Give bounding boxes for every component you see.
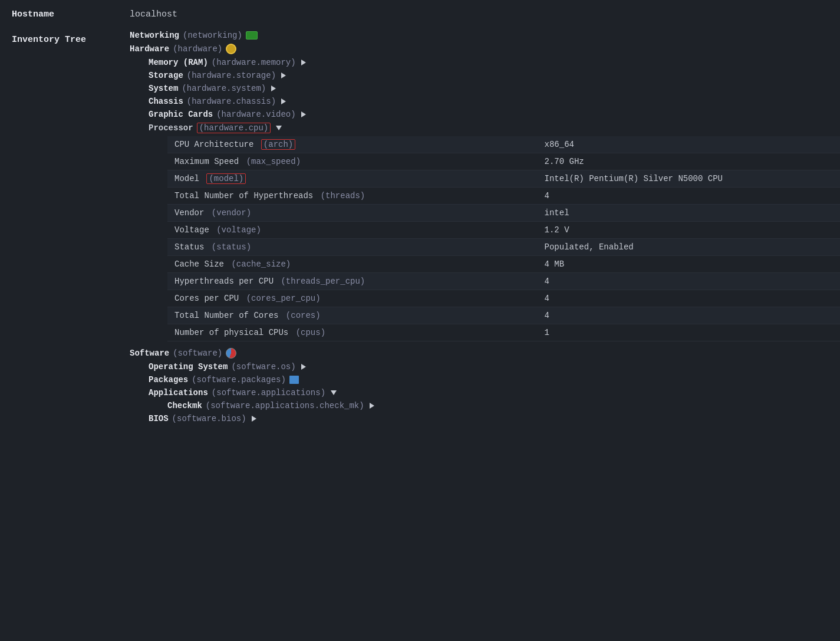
table-row: Total Number of Cores (cores)4 <box>167 307 840 324</box>
field-key: (voltage) <box>216 225 261 235</box>
table-row: CPU Architecture (arch)x86_64 <box>167 136 840 153</box>
tree-item-networking[interactable]: Networking (networking) <box>130 29 840 42</box>
field-key: (threads_per_cpu) <box>281 277 365 286</box>
networking-icon <box>246 31 258 40</box>
tree-item-checkmk[interactable]: Checkmk (software.applications.check_mk) <box>130 399 840 412</box>
storage-key: (hardware.storage) <box>187 71 276 80</box>
field-key: (cpus) <box>296 328 325 337</box>
field-label-text: Maximum Speed <box>174 157 239 166</box>
field-label: Total Number of Hyperthreads (threads) <box>167 188 538 205</box>
networking-key: (networking) <box>183 31 242 40</box>
tree-item-applications[interactable]: Applications (software.applications) <box>130 386 840 399</box>
field-label-text: Total Number of Cores <box>174 311 278 320</box>
field-label-text: Voltage <box>174 225 209 235</box>
field-label-text: Cores per CPU <box>174 294 239 303</box>
os-name: Operating System <box>149 362 228 372</box>
hardware-key: (hardware) <box>173 44 222 54</box>
hardware-icon <box>226 44 236 54</box>
applications-name: Applications <box>149 388 208 397</box>
field-key: (status) <box>212 242 251 252</box>
field-value: 4 <box>538 307 840 324</box>
field-label: Maximum Speed (max_speed) <box>167 153 538 170</box>
system-key: (hardware.system) <box>182 84 266 93</box>
field-key: (max_speed) <box>246 157 301 166</box>
field-label-text: CPU Architecture <box>174 140 253 149</box>
hardware-name: Hardware <box>130 44 169 54</box>
checkmk-key: (software.applications.check_mk) <box>206 401 364 410</box>
table-row: Cores per CPU (cores_per_cpu)4 <box>167 290 840 307</box>
tree-item-software[interactable]: Software (software) <box>130 346 840 360</box>
software-name: Software <box>130 349 169 358</box>
processor-name: Processor <box>149 123 193 133</box>
field-value: Intel(R) Pentium(R) Silver N5000 CPU <box>538 170 840 188</box>
table-row: Vendor (vendor)intel <box>167 205 840 222</box>
graphic-cards-arrow-icon <box>301 111 306 117</box>
software-icon <box>226 348 236 359</box>
field-value: 4 <box>538 188 840 205</box>
tree-item-packages[interactable]: Packages (software.packages) <box>130 373 840 386</box>
chassis-name: Chassis <box>149 97 183 106</box>
hostname-label: Hostname <box>0 9 130 19</box>
tree-item-chassis[interactable]: Chassis (hardware.chassis) <box>130 95 840 108</box>
table-row: Number of physical CPUs (cpus)1 <box>167 324 840 341</box>
applications-key: (software.applications) <box>212 388 325 397</box>
field-key: (cache_size) <box>231 259 291 269</box>
field-label: Vendor (vendor) <box>167 205 538 222</box>
processor-key-highlighted: (hardware.cpu) <box>197 123 271 133</box>
table-row: Cache Size (cache_size)4 MB <box>167 256 840 273</box>
field-value: 4 <box>538 273 840 290</box>
graphic-cards-key: (hardware.video) <box>216 110 295 119</box>
field-label: Model (model) <box>167 170 538 188</box>
field-label: Cache Size (cache_size) <box>167 256 538 273</box>
field-key: (arch) <box>261 139 295 150</box>
field-label: Status (status) <box>167 239 538 256</box>
table-row: Status (status)Populated, Enabled <box>167 239 840 256</box>
memory-arrow-icon <box>301 60 306 65</box>
field-key: (cores) <box>286 311 321 320</box>
tree-item-graphic-cards[interactable]: Graphic Cards (hardware.video) <box>130 108 840 121</box>
bios-arrow-icon <box>252 416 256 422</box>
tree-content: Networking (networking) Hardware (hardwa… <box>130 24 840 430</box>
applications-arrow-icon <box>331 390 337 395</box>
os-arrow-icon <box>301 364 306 370</box>
checkmk-name: Checkmk <box>167 401 202 410</box>
field-label-text: Status <box>174 242 204 252</box>
field-label: Voltage (voltage) <box>167 222 538 239</box>
table-row: Maximum Speed (max_speed)2.70 GHz <box>167 153 840 170</box>
hostname-row: Hostname localhost <box>0 0 840 24</box>
field-label: CPU Architecture (arch) <box>167 136 538 153</box>
table-row: Model (model)Intel(R) Pentium(R) Silver … <box>167 170 840 188</box>
packages-icon <box>289 376 299 384</box>
field-label-text: Model <box>174 174 199 183</box>
tree-item-bios[interactable]: BIOS (software.bios) <box>130 412 840 425</box>
tree-item-storage[interactable]: Storage (hardware.storage) <box>130 69 840 82</box>
field-value: 2.70 GHz <box>538 153 840 170</box>
field-label-text: Vendor <box>174 208 204 218</box>
tree-item-os[interactable]: Operating System (software.os) <box>130 360 840 373</box>
tree-item-hardware[interactable]: Hardware (hardware) <box>130 42 840 56</box>
field-value: Populated, Enabled <box>538 239 840 256</box>
field-label: Number of physical CPUs (cpus) <box>167 324 538 341</box>
field-value: 4 <box>538 290 840 307</box>
packages-key: (software.packages) <box>192 375 286 384</box>
field-label-text: Cache Size <box>174 259 224 269</box>
field-key: (model) <box>206 173 246 184</box>
field-label-text: Hyperthreads per CPU <box>174 277 274 286</box>
field-value: 4 MB <box>538 256 840 273</box>
page-container: Hostname localhost Inventory Tree Networ… <box>0 0 840 430</box>
packages-name: Packages <box>149 375 188 384</box>
table-row: Total Number of Hyperthreads (threads)4 <box>167 188 840 205</box>
checkmk-arrow-icon <box>370 403 374 409</box>
processor-arrow-down-icon <box>276 126 282 130</box>
graphic-cards-name: Graphic Cards <box>149 110 213 119</box>
bios-key: (software.bios) <box>172 414 246 423</box>
tree-item-system[interactable]: System (hardware.system) <box>130 82 840 95</box>
tree-item-processor[interactable]: Processor (hardware.cpu) <box>130 121 840 135</box>
tree-item-memory[interactable]: Memory (RAM) (hardware.memory) <box>130 56 840 69</box>
networking-name: Networking <box>130 31 179 40</box>
bios-name: BIOS <box>149 414 169 423</box>
field-value: 1.2 V <box>538 222 840 239</box>
cpu-detail-table: CPU Architecture (arch)x86_64Maximum Spe… <box>167 136 840 341</box>
field-label: Total Number of Cores (cores) <box>167 307 538 324</box>
inventory-tree-label: Inventory Tree <box>0 24 130 45</box>
